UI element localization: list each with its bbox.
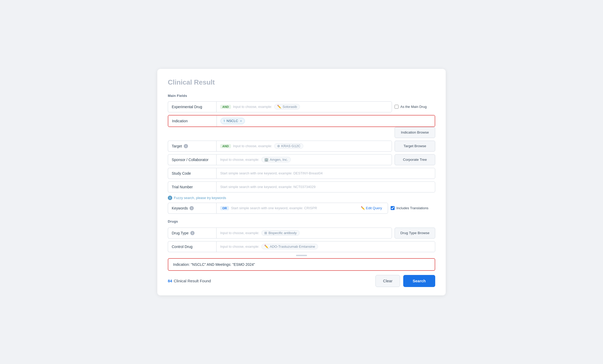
edit-query-button[interactable]: ✏️ Edit Query [359,206,384,210]
nsclc-chip-close[interactable]: × [240,119,242,123]
sponsor-label: Sponsor / Collaborator [168,154,216,165]
fuzzy-hint: i Fuzzy search, please try keywords [168,196,435,200]
drug-type-placeholder: Input to choose, example: [220,231,259,235]
results-label: Clinical Result Found [174,279,211,283]
keywords-placeholder: Start simple search with one keyword, ex… [231,206,317,210]
keywords-input[interactable]: OR Start simple search with one keyword,… [216,203,388,214]
trial-number-input[interactable]: Start simple search with one keyword, ex… [216,181,435,192]
bispecific-chip: ⊞ Bispecific antibody [261,230,300,236]
trial-number-row: Trial Number Start simple search with on… [168,181,435,192]
divider-handle [168,255,435,256]
results-count: 84 [168,279,172,283]
study-code-label: Study Code [168,168,216,179]
indication-chip-icon: ⚕ [223,119,225,123]
indication-label: Indication [168,115,217,126]
query-display: Indication: "NSCLC" AND Meetings: "ESMO … [168,258,435,271]
target-and-badge: AND [220,144,231,148]
main-fields-label: Main Fields [168,94,435,98]
drug-type-browse-button[interactable]: Drug Type Browse [395,228,435,239]
keywords-label: Keywords i [168,203,216,214]
target-browse-button[interactable]: Target Browse [395,141,435,152]
drug-icon: ✏️ [277,105,281,109]
search-button[interactable]: Search [403,275,435,287]
drug-type-row: Drug Type i Input to choose, example: ⊞ … [168,228,435,239]
study-code-row: Study Code Start simple search with one … [168,168,435,179]
experimental-drug-label: Experimental Drug [168,101,216,112]
indication-browse-button[interactable]: Indication Browse [395,127,435,138]
drugs-section-divider: Drugs [168,219,435,223]
target-input[interactable]: AND Input to choose, example: ⊛ KRAS G12… [216,141,392,152]
drugs-section-label: Drugs [168,219,435,223]
ado-chip: ✏️ ADO-Trastuzumab Emtansine [261,244,318,249]
nsclc-chip-text: NSCLC [227,119,238,123]
edit-query-label: Edit Query [366,206,382,210]
trial-number-label: Trial Number [168,181,216,192]
indication-row-wrapper: Indication ⚕ NSCLC × [168,115,435,127]
trial-number-placeholder: Start simple search with one keyword, ex… [220,185,315,189]
sponsor-placeholder: Input to choose, example: [220,158,259,162]
target-placeholder: Input to choose, example: [233,144,272,148]
building-icon: 🏢 [264,158,268,162]
hint-icon: i [168,196,172,200]
fuzzy-hint-text: Fuzzy search, please try keywords [174,196,226,200]
sponsor-input[interactable]: Input to choose, example: 🏢 Amgen, Inc. [216,154,392,165]
keywords-info-icon: i [190,206,194,210]
main-drug-checkbox-row: As the Main Drug [395,105,435,109]
main-card: Clinical Result Main Fields Experimental… [157,69,446,295]
action-buttons: Clear Search [375,275,435,287]
amgen-chip: 🏢 Amgen, Inc. [261,157,291,162]
control-drug-placeholder: Input to choose, example: [220,245,259,249]
or-badge: OR [220,206,229,210]
nsclc-chip: ⚕ NSCLC × [220,118,245,124]
clear-button[interactable]: Clear [375,275,400,287]
indication-input[interactable]: ⚕ NSCLC × [217,115,435,126]
page-title: Clinical Result [168,78,435,86]
includes-translations-row: Includes Translations [391,206,435,210]
kras-chip: ⊛ KRAS G12C [274,143,303,149]
main-drug-label: As the Main Drug [400,105,427,109]
experimental-drug-input[interactable]: AND Input to choose, example: ✏️ Sotoras… [216,101,392,112]
target-label: Target i [168,141,216,152]
target-row: Target i AND Input to choose, example: ⊛… [168,141,435,152]
main-drug-checkbox[interactable] [395,105,399,109]
keywords-row: Keywords i OR Start simple search with o… [168,203,435,214]
study-code-placeholder: Start simple search with one keyword, ex… [220,171,322,175]
control-drug-label: Control Drug [168,241,216,252]
control-drug-row: Control Drug Input to choose, example: ✏… [168,241,435,252]
divider-bar [296,255,307,256]
experimental-drug-row: Experimental Drug AND Input to choose, e… [168,101,435,112]
target-icon: ⊛ [277,144,280,148]
drug-control-icon: ✏️ [264,245,268,249]
drug-type-label: Drug Type i [168,228,216,239]
drug-type-info-icon: i [190,231,195,235]
includes-translations-checkbox[interactable] [391,206,395,210]
indication-browse-row: Indication Browse [168,127,435,138]
sponsor-row: Sponsor / Collaborator Input to choose, … [168,154,435,165]
target-info-icon: i [184,144,188,148]
control-drug-input[interactable]: Input to choose, example: ✏️ ADO-Trastuz… [216,241,435,252]
study-code-input[interactable]: Start simple search with one keyword, ex… [216,168,435,179]
experimental-drug-placeholder: Input to choose, example: [233,105,272,109]
edit-icon: ✏️ [361,206,365,210]
and-badge: AND [220,105,231,109]
includes-translations-label: Includes Translations [396,206,428,210]
grid-icon: ⊞ [264,231,267,235]
sotorasib-chip: ✏️ Sotorasib [274,104,300,109]
drug-type-input[interactable]: Input to choose, example: ⊞ Bispecific a… [216,228,392,239]
results-row: 84 Clinical Result Found Clear Search [168,275,435,287]
corporate-tree-button[interactable]: Corporate Tree [395,154,435,165]
